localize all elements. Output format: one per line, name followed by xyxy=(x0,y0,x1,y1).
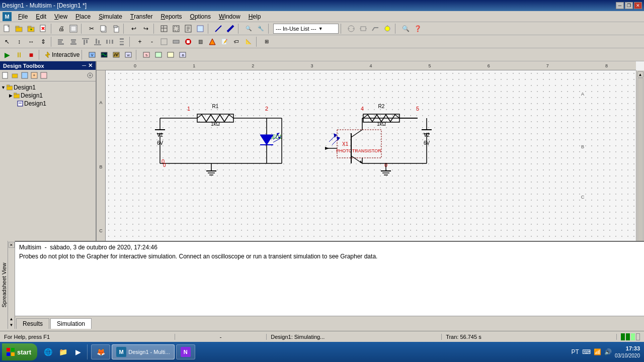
misc-button[interactable] xyxy=(158,36,170,47)
log-close-button[interactable]: ✕ xyxy=(9,242,15,248)
redo-button[interactable]: ↪ xyxy=(140,23,151,34)
func-gen-button[interactable] xyxy=(111,49,122,60)
collapse-button[interactable]: - xyxy=(146,36,157,47)
oscilloscope-button[interactable] xyxy=(99,49,110,60)
scroll-thumb[interactable] xyxy=(637,78,643,255)
tray-keyboard-icon[interactable]: ⌨ xyxy=(582,348,591,355)
taskbar-multisim[interactable]: M Design1 - Multi... xyxy=(112,344,175,359)
annotate-button[interactable]: 🔧 xyxy=(255,23,266,34)
add-design-button[interactable]: + xyxy=(30,71,39,80)
toolbox-settings-button[interactable] xyxy=(86,71,95,80)
taskbar-app2[interactable]: N xyxy=(176,344,195,359)
save-design-button[interactable] xyxy=(20,71,29,80)
wire-button[interactable] xyxy=(213,23,224,34)
multimeter-button[interactable]: V xyxy=(87,49,98,60)
in-use-list-dropdown[interactable]: --- In-Use List --- ▼ xyxy=(273,24,339,34)
open-button[interactable] xyxy=(14,23,25,34)
new-design-button[interactable] xyxy=(1,71,10,80)
pause-button[interactable]: ⏸ xyxy=(14,49,25,60)
tray-volume-icon[interactable]: 🔊 xyxy=(604,348,612,355)
toggle-grid-button[interactable] xyxy=(158,23,170,34)
step-button[interactable]: ↻ xyxy=(141,49,152,60)
copy-button[interactable] xyxy=(98,23,109,34)
quicklaunch-explorer[interactable]: 🌐 xyxy=(41,344,55,359)
stop-sim-button[interactable]: ■ xyxy=(26,49,37,60)
zoom-annotate-button[interactable]: 🔍 xyxy=(243,23,254,34)
menu-reports[interactable]: Reports xyxy=(157,11,186,22)
probe2-button[interactable] xyxy=(207,36,218,47)
menu-view[interactable]: View xyxy=(50,11,71,22)
label-button[interactable]: ▥ xyxy=(195,36,206,47)
note-button[interactable]: 📝 xyxy=(219,36,230,47)
menu-options[interactable]: Options xyxy=(186,11,215,22)
close-design-button[interactable] xyxy=(38,23,49,34)
quicklaunch-media[interactable]: ▶ xyxy=(71,344,85,359)
scroll-up-button[interactable]: ▲ xyxy=(637,71,643,77)
toolbox-close-button[interactable]: ✕ xyxy=(88,62,93,69)
flip-h-button[interactable]: ↔ xyxy=(26,36,37,47)
open-design-button[interactable] xyxy=(11,71,20,80)
tray-lang[interactable]: PT xyxy=(572,348,579,355)
some-button[interactable] xyxy=(195,23,206,34)
delete-design-button[interactable] xyxy=(39,71,48,80)
quicklaunch-folder[interactable]: 📁 xyxy=(56,344,70,359)
stop-button[interactable] xyxy=(183,36,194,47)
cut-button[interactable]: ✂ xyxy=(86,23,97,34)
print-button[interactable]: 🖨 xyxy=(56,23,67,34)
align-bottom-button[interactable] xyxy=(92,36,103,47)
bus2-button[interactable] xyxy=(370,23,381,34)
inst-button[interactable] xyxy=(358,23,369,34)
print-preview-button[interactable] xyxy=(68,23,79,34)
new-button[interactable] xyxy=(2,23,13,34)
run-button[interactable]: ▶ xyxy=(2,49,13,60)
menu-place[interactable]: Place xyxy=(71,11,95,22)
tab-simulation[interactable]: Simulation xyxy=(50,318,92,329)
menu-edit[interactable]: Edit xyxy=(32,11,50,22)
wattmeter-button[interactable]: W xyxy=(123,49,134,60)
dist-h-button[interactable] xyxy=(104,36,115,47)
step3-button[interactable] xyxy=(165,49,176,60)
tree-child-item[interactable]: ▶ Design1 xyxy=(9,92,95,100)
tab-results[interactable]: Results xyxy=(16,318,49,329)
bus3-button[interactable] xyxy=(171,36,182,47)
tree-root-item[interactable]: ▼ Design1 xyxy=(1,83,95,92)
undo-button[interactable]: ↩ xyxy=(128,23,139,34)
dist-v-button[interactable] xyxy=(116,36,127,47)
tray-network-icon[interactable]: 📶 xyxy=(594,348,601,355)
measure2-button[interactable]: ⊞ xyxy=(261,36,272,47)
minimize-button[interactable]: ─ xyxy=(616,2,624,9)
scroll-log-down[interactable]: ▼ xyxy=(9,322,15,328)
pointer-button[interactable]: ↖ xyxy=(2,36,13,47)
restore-button[interactable]: ❐ xyxy=(625,2,633,9)
expand-button[interactable]: + xyxy=(134,36,145,47)
component-button[interactable] xyxy=(346,23,357,34)
toggle-border-button[interactable] xyxy=(171,23,182,34)
page-setup-button[interactable] xyxy=(183,23,194,34)
find-button[interactable]: 🔍 xyxy=(400,23,411,34)
menu-file[interactable]: File xyxy=(14,11,32,22)
help2-button[interactable]: ❓ xyxy=(412,23,423,34)
tree-grandchild-item[interactable]: Design1 xyxy=(17,100,95,108)
menu-help[interactable]: Help xyxy=(245,11,265,22)
schematic-canvas[interactable]: A B C 1 2 0 R1 1kΩ LED1 xyxy=(106,70,636,263)
align-left-button[interactable] xyxy=(56,36,67,47)
toolbox-minimize-button[interactable]: ─ xyxy=(82,62,86,69)
open-sample-button[interactable]: ✦ xyxy=(26,23,37,34)
align-center-button[interactable] xyxy=(68,36,79,47)
bus-button[interactable] xyxy=(225,23,236,34)
rotate-button[interactable]: ↕ xyxy=(14,36,25,47)
paste-button[interactable] xyxy=(110,23,121,34)
scroll-log-up[interactable]: ▲ xyxy=(9,316,15,322)
taskbar-firefox[interactable]: 🦊 xyxy=(91,344,110,359)
start-button[interactable]: start xyxy=(2,343,37,360)
align-top-button[interactable] xyxy=(80,36,91,47)
probe-button[interactable] xyxy=(382,23,393,34)
menu-transfer[interactable]: Transfer xyxy=(126,11,157,22)
measure-button[interactable]: 📐 xyxy=(243,36,254,47)
menu-simulate[interactable]: Simulate xyxy=(95,11,126,22)
menu-window[interactable]: Window xyxy=(215,11,245,22)
right-scrollbar[interactable]: ▲ ▼ xyxy=(636,70,644,263)
step4-button[interactable]: ⚙ xyxy=(177,49,188,60)
annotate2-button[interactable]: 🏷 xyxy=(231,36,242,47)
flip-v-button[interactable]: ⇕ xyxy=(38,36,49,47)
